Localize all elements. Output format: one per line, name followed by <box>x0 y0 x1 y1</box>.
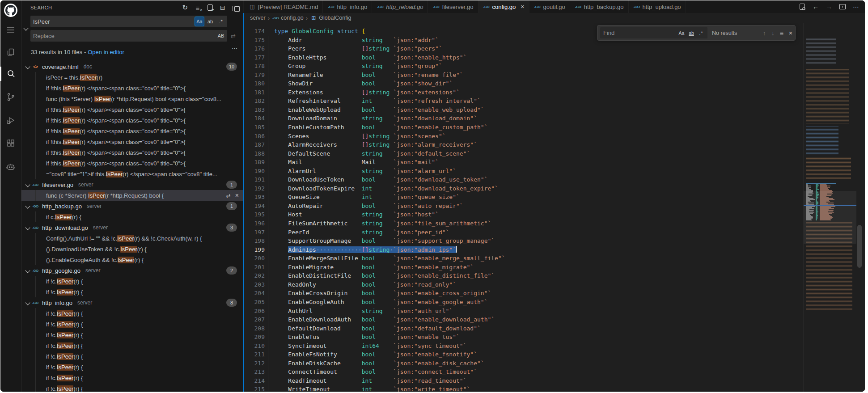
match-row[interactable]: isPeer = this.IsPeer(r) <box>21 72 243 83</box>
code-line[interactable]: 190 AlarmUrl string `json:"alarm_url"` <box>244 167 800 176</box>
code-line[interactable]: 206 AuthUrl string `json:"auth_url"` <box>244 307 800 316</box>
code-line[interactable]: 203 ReadOnly bool `json:"read_only"` <box>244 280 800 289</box>
code-line[interactable]: 210 SyncTimeout int64 `json:"sync_timeou… <box>244 342 800 351</box>
tab-http-backup-go[interactable]: http_backup.go <box>570 0 629 13</box>
code-line[interactable]: 209 EnableTus bool `json:"enable_tus"` <box>244 333 800 342</box>
match-row[interactable]: ="cov8" title="1">if this.IsPeer(r) </sp… <box>21 169 243 179</box>
match-row[interactable]: if !c.IsPeer(r) { <box>21 287 243 297</box>
code-line[interactable]: 184 DownloadDomain string `json:"downloa… <box>244 114 800 123</box>
match-row[interactable]: if !c.IsPeer(r) { <box>21 383 243 392</box>
replace-input[interactable] <box>30 33 216 39</box>
close-icon[interactable]: × <box>789 30 792 37</box>
minimap[interactable] <box>803 23 856 392</box>
match-row[interactable]: if !c.IsPeer(r) { <box>21 340 243 351</box>
scrollbar-thumb[interactable] <box>857 225 862 268</box>
source-control-icon[interactable] <box>0 88 21 106</box>
code-line[interactable]: 197 PeerId string `json:"peer_id"` <box>244 228 800 237</box>
replace-icon[interactable] <box>226 192 231 199</box>
code-line[interactable]: 183 EnableWebUpload bool `json:"enable_w… <box>244 106 800 114</box>
toggle-replace-button[interactable] <box>21 16 30 42</box>
match-row[interactable]: func (this *Server) IsPeer(r *http.Reque… <box>21 93 243 104</box>
file-result-row[interactable]: http_info.goserver8 <box>21 297 243 308</box>
match-row[interactable]: ().EnableGoogleAuth && !c.IsPeer(r) { <box>21 254 243 265</box>
match-case-toggle[interactable]: Aa <box>195 17 204 26</box>
forward-arrow-icon[interactable]: → <box>826 3 833 10</box>
match-row[interactable]: if !this.IsPeer(r) </span><span class="c… <box>21 126 243 136</box>
code-line[interactable]: 177 EnableHttps bool `json:"enable_https… <box>244 53 800 62</box>
copilot-icon[interactable] <box>0 158 21 176</box>
tab-http-upload-go[interactable]: http_upload.go <box>629 0 686 13</box>
code-line[interactable]: 204 EnableCrossOrigin bool `json:"enable… <box>244 289 800 298</box>
code-line[interactable]: 186 Scenes []string `json:"scenes"` <box>244 132 800 141</box>
code-line[interactable]: 191 DownloadUseToken bool `json:"downloa… <box>244 175 800 184</box>
tab-http-info-go[interactable]: http_info.go <box>323 0 372 13</box>
code-line[interactable]: 187 AlarmReceivers []string `json:"alarm… <box>244 140 800 149</box>
file-result-row[interactable]: coverage.htmldoc10 <box>21 61 243 72</box>
tab-fileserver-go[interactable]: fileserver.go <box>428 0 478 13</box>
match-row[interactable]: if !this.IsPeer(r) </span><span class="c… <box>21 147 243 158</box>
file-result-row[interactable]: http_google.goserver2 <box>21 265 243 276</box>
file-result-row[interactable]: http_download.goserver3 <box>21 222 243 233</box>
split-editor-icon[interactable] <box>839 3 846 10</box>
code-line[interactable]: 192 DownloadTokenExpire int `json:"downl… <box>244 184 800 193</box>
dismiss-icon[interactable]: × <box>235 192 239 199</box>
tab-config-go[interactable]: config.go× <box>478 0 529 13</box>
breadcrumb-config-go[interactable]: config.go <box>272 15 304 21</box>
match-row[interactable]: if !c.IsPeer(r) { <box>21 308 243 319</box>
code-line[interactable]: 214 ReadTimeout int `json:"read_timeout"… <box>244 376 800 385</box>
code-line[interactable]: 205 EnableGoogleAuth bool `json:"enable_… <box>244 298 800 307</box>
code-line[interactable]: 207 EnableDownloadAuth bool `json:"enabl… <box>244 315 800 324</box>
match-row[interactable]: Config().AuthUrl != "" && !c.IsPeer(r) &… <box>21 233 243 244</box>
code-line[interactable]: 188 DefaultScene string `json:"default_s… <box>244 149 800 158</box>
match-row[interactable]: if !this.IsPeer(r) </span><span class="c… <box>21 136 243 147</box>
breadcrumb-server[interactable]: server <box>250 15 266 21</box>
code-line[interactable]: 181 Extensions []string `json:"extension… <box>244 88 800 97</box>
match-row[interactable]: if !this.IsPeer(r) </span><span class="c… <box>21 158 243 169</box>
replace-all-icon[interactable] <box>231 33 236 39</box>
sidebar-resize-sash[interactable] <box>243 13 244 392</box>
tab-preview-readme-md[interactable]: [Preview] README.md <box>244 0 323 13</box>
breadcrumb-globalconfig[interactable]: GlobalConfig <box>310 15 351 21</box>
code-line[interactable]: 213 ConnectTimeout bool `json:"connect_t… <box>244 368 800 376</box>
regex-toggle[interactable]: .* <box>216 17 226 26</box>
code-line[interactable]: 189 Mail Mail `json:"mail"` <box>244 158 800 167</box>
run-and-debug-icon[interactable] <box>0 111 21 129</box>
next-match-icon[interactable]: ↓ <box>771 30 775 37</box>
collapse-all-icon[interactable] <box>219 4 226 11</box>
github-logo[interactable] <box>0 2 21 18</box>
tab-http-reload-go[interactable]: http_reload.go <box>372 0 428 13</box>
code-line[interactable]: 196 FileSumArithmetic string `json:"file… <box>244 219 800 228</box>
open-new-search-editor-icon[interactable] <box>207 4 213 11</box>
file-search-icon[interactable] <box>799 3 806 10</box>
menu-icon[interactable] <box>0 21 21 39</box>
code-line[interactable]: 200 EnableMergeSmallFile bool `json:"ena… <box>244 254 800 263</box>
vertical-scrollbar[interactable] <box>856 23 863 392</box>
search-icon[interactable] <box>0 65 21 83</box>
back-arrow-icon[interactable]: ← <box>812 3 819 10</box>
tab-goutil-go[interactable]: goutil.go <box>529 0 570 13</box>
code-line[interactable]: 195 Host string `json:"host"` <box>244 210 800 219</box>
search-input[interactable] <box>30 18 195 25</box>
find-regex-toggle[interactable]: .* <box>697 29 706 38</box>
code-line[interactable]: 201 EnableMigrate bool `json:"enable_mig… <box>244 263 800 272</box>
match-row[interactable]: if c.IsPeer(r) { <box>21 211 243 222</box>
match-row[interactable]: if !this.IsPeer(r) </span><span class="c… <box>21 115 243 126</box>
code-line[interactable]: 202 EnableDistinctFile bool `json:"enabl… <box>244 271 800 280</box>
file-result-row[interactable]: http_backup.goserver1 <box>21 201 243 211</box>
find-whole-word-toggle[interactable]: ab <box>687 29 696 38</box>
code-line[interactable]: 199 AdminIps·············[]string·`json:… <box>244 245 800 254</box>
code-line[interactable]: 176 Peers []string `json:"peers"` <box>244 44 800 53</box>
code-line[interactable]: 180 ShowDir bool `json:"show_dir"` <box>244 79 800 88</box>
open-in-search-editor-icon[interactable] <box>233 6 238 11</box>
code-line[interactable]: 208 DefaultDownload bool `json:"default_… <box>244 324 800 333</box>
explorer-icon[interactable] <box>0 43 21 61</box>
extensions-icon[interactable] <box>0 135 21 152</box>
open-in-editor-link[interactable]: Open in editor <box>88 49 124 55</box>
code-line[interactable]: 215 WriteTimeout int `json:"write_timeou… <box>244 385 800 392</box>
code-line[interactable]: 212 EnableDiskCache bool `json:"enable_d… <box>244 359 800 368</box>
match-row[interactable]: if !c.IsPeer(r) { <box>21 330 243 340</box>
code-line[interactable]: 178 Group string `json:"group"` <box>244 62 800 71</box>
preserve-case-toggle[interactable]: AB <box>216 31 226 41</box>
clear-search-results-icon[interactable] <box>194 4 201 11</box>
match-row[interactable]: ().DownloadUseToken && !c.IsPeer(r) { <box>21 244 243 254</box>
